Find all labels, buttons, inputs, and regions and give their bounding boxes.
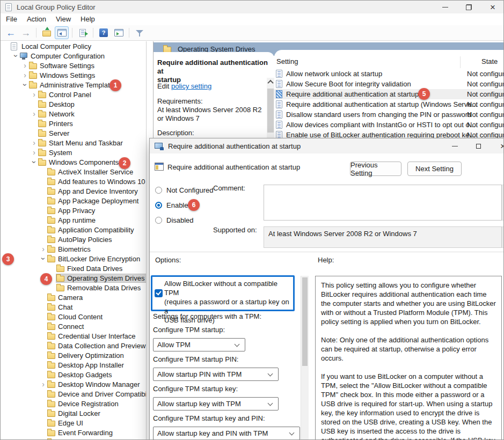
expanded-chevron-icon[interactable]: › — [39, 255, 48, 263]
tree-item-add-features-to-windows-10[interactable]: Add features to Windows 10 — [1, 177, 146, 186]
tree-item-event-forwarding[interactable]: Event Forwarding — [1, 428, 146, 437]
radio-disabled[interactable]: Disabled — [155, 216, 194, 225]
previous-setting-button[interactable]: Previous Setting — [350, 162, 401, 176]
tree-item-operating-system-drives[interactable]: Operating System Drives — [1, 273, 146, 283]
show-console-tree-button[interactable] — [55, 26, 69, 39]
dropdown-configure-tpm-startup-pin[interactable]: Allow startup PIN with TPM — [153, 368, 279, 381]
collapsed-chevron-icon[interactable]: › — [30, 109, 38, 118]
dialog-close-button[interactable]: × — [491, 138, 504, 153]
scroll-up-icon[interactable] — [267, 78, 274, 86]
tree-item-system[interactable]: ›System — [1, 148, 146, 157]
setting-row-allow-network-unlock-at-startup[interactable]: Allow network unlock at startupNot confi… — [274, 69, 503, 79]
tree-item-data-collection-and-preview-buil[interactable]: Data Collection and Preview Buil — [1, 341, 146, 350]
tree-item-delivery-optimization[interactable]: Delivery Optimization — [1, 350, 146, 360]
scrollbar-thumb[interactable] — [302, 277, 308, 366]
column-header-state[interactable]: State — [481, 56, 498, 67]
restore-button[interactable] — [458, 1, 479, 13]
tree-item-camera[interactable]: Camera — [1, 292, 146, 302]
tree-item-device-registration[interactable]: Device Registration — [1, 399, 146, 408]
dropdown-configure-tpm-startup-key-and-pin[interactable]: Allow startup key and PIN with TPM — [153, 427, 300, 440]
tree-item-app-runtime[interactable]: App runtime — [1, 215, 146, 225]
tree-item-start-menu-and-taskbar[interactable]: ›Start Menu and Taskbar — [1, 138, 146, 148]
menu-item-view[interactable]: View — [51, 13, 76, 25]
tree-item-app-package-deployment[interactable]: App Package Deployment — [1, 196, 146, 206]
tree-item-item[interactable] — [1, 437, 146, 439]
tree-item-windows-settings[interactable]: ›Windows Settings — [1, 70, 146, 80]
tree-item-desktop[interactable]: Desktop — [1, 99, 146, 109]
tree-item-app-and-device-inventory[interactable]: App and Device Inventory — [1, 186, 146, 196]
tree-item-printers[interactable]: Printers — [1, 119, 146, 128]
description-scrollbar[interactable] — [267, 78, 274, 138]
tree-item-digital-locker[interactable]: Digital Locker — [1, 408, 146, 418]
menu-item-help[interactable]: Help — [76, 13, 100, 25]
collapsed-chevron-icon[interactable]: › — [30, 138, 38, 147]
tree-item-desktop-gadgets[interactable]: Desktop Gadgets — [1, 370, 146, 379]
expanded-chevron-icon[interactable]: › — [21, 81, 30, 89]
tree-item-local-computer-policy[interactable]: Local Computer Policy — [1, 41, 146, 51]
menu-item-action[interactable]: Action — [22, 13, 51, 25]
tree-folder-icon — [47, 217, 57, 224]
column-divider[interactable] — [460, 56, 461, 68]
expanded-chevron-icon[interactable]: › — [30, 158, 39, 166]
dialog-maximize-button[interactable] — [468, 138, 489, 153]
back-button[interactable] — [4, 26, 18, 39]
comment-scrollbar[interactable] — [502, 185, 504, 221]
setting-row-disallow-standard-users-from-changing-th[interactable]: Disallow standard users from changing th… — [274, 109, 503, 120]
supported-scrollbar[interactable] — [502, 226, 504, 248]
up-one-level-button[interactable] — [40, 26, 54, 39]
scrollbar-thumb[interactable] — [267, 89, 274, 133]
tree-item-computer-configuration[interactable]: ›Computer Configuration — [1, 51, 146, 61]
tree-item-application-compatibility[interactable]: Application Compatibility — [1, 225, 146, 234]
forward-button[interactable] — [19, 26, 33, 39]
collapsed-chevron-icon[interactable]: › — [21, 71, 29, 79]
setting-row-allow-secure-boot-for-integrity-validati[interactable]: Allow Secure Boot for integrity validati… — [274, 79, 503, 89]
tree-item-administrative-templates[interactable]: ›Administrative Templates — [1, 80, 146, 90]
collapsed-chevron-icon[interactable]: › — [30, 90, 38, 99]
column-header-setting[interactable]: Setting — [276, 56, 298, 67]
minimize-button[interactable] — [434, 1, 456, 13]
collapsed-chevron-icon[interactable]: › — [21, 61, 29, 70]
collapsed-chevron-icon[interactable]: › — [30, 148, 38, 157]
comment-input[interactable] — [264, 185, 502, 221]
tree-item-chat[interactable]: Chat — [1, 302, 146, 312]
setting-row-allow-devices-compliant-with-instantgo-o[interactable]: Allow devices compliant with InstantGo o… — [274, 120, 503, 130]
tree-item-software-settings[interactable]: ›Software Settings — [1, 61, 146, 70]
export-list-button[interactable] — [76, 26, 90, 39]
tree-item-biometrics[interactable]: ›Biometrics — [1, 244, 146, 254]
expanded-chevron-icon[interactable]: › — [12, 52, 20, 60]
tree-item-app-privacy[interactable]: App Privacy — [1, 206, 146, 215]
setting-row-require-additional-authentication-at-sta[interactable]: Require additional authentication at sta… — [274, 99, 503, 109]
close-button[interactable]: × — [481, 1, 504, 13]
tree-item-autoplay-policies[interactable]: AutoPlay Policies — [1, 234, 146, 244]
tree-item-desktop-app-installer[interactable]: Desktop App Installer — [1, 360, 146, 370]
radio-enabled[interactable]: Enabled — [155, 201, 192, 210]
dropdown-configure-tpm-startup-key[interactable]: Allow startup key with TPM — [153, 397, 279, 410]
radio-not-configured[interactable]: Not Configured — [155, 186, 213, 195]
tree-item-control-panel[interactable]: ›Control Panel — [1, 90, 146, 99]
allow-bitlocker-checkbox[interactable] — [155, 289, 163, 297]
collapsed-chevron-icon[interactable]: › — [39, 245, 47, 253]
collapsed-chevron-icon[interactable]: › — [39, 380, 47, 388]
tree-item-desktop-window-manager[interactable]: ›Desktop Window Manager — [1, 379, 146, 389]
tree-item-cloud-content[interactable]: Cloud Content — [1, 312, 146, 321]
tree-item-connect[interactable]: Connect — [1, 321, 146, 331]
options-scrollbar[interactable] — [301, 276, 309, 440]
next-setting-button[interactable]: Next Setting — [407, 162, 462, 176]
dialog-minimize-button[interactable] — [444, 138, 465, 153]
tree-item-network[interactable]: ›Network — [1, 109, 146, 119]
tree-item-bitlocker-drive-encryption[interactable]: ›BitLocker Drive Encryption — [1, 254, 146, 263]
dropdown-configure-tpm-startup[interactable]: Allow TPM — [153, 338, 245, 351]
menu-item-file[interactable]: File — [1, 13, 22, 25]
help-button[interactable] — [97, 26, 111, 39]
tree-item-server[interactable]: Server — [1, 128, 146, 138]
tree-item-fixed-data-drives[interactable]: Fixed Data Drives — [1, 263, 146, 273]
show-action-pane-button[interactable] — [112, 26, 126, 39]
dropdown-label-configure-tpm-startup-key: Configure TPM startup key: — [153, 385, 238, 393]
tree-item-removable-data-drives[interactable]: Removable Data Drives — [1, 283, 146, 292]
tree-item-device-and-driver-compatibility[interactable]: Device and Driver Compatibility — [1, 389, 146, 399]
setting-row-require-additional-authentication-at-sta[interactable]: Require additional authentication at sta… — [274, 89, 503, 99]
tree-item-edge-ui[interactable]: Edge UI — [1, 418, 146, 428]
policy-setting-link[interactable]: policy setting — [171, 82, 211, 90]
tree-item-credential-user-interface[interactable]: Credential User Interface — [1, 331, 146, 341]
filter-button[interactable] — [133, 26, 147, 39]
